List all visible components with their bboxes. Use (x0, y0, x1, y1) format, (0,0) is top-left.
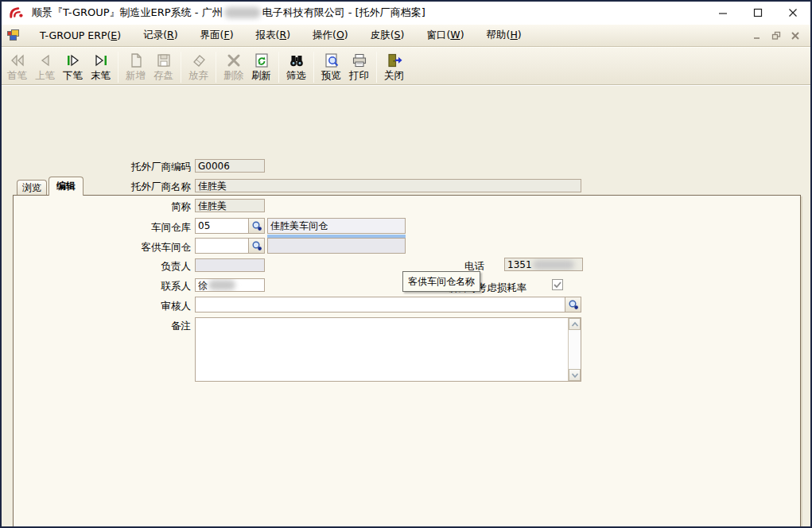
preview-button[interactable]: 预览 (317, 50, 345, 81)
vendor-name-label: 托外厂商名称 (91, 180, 191, 193)
toolbar: 首笔 上笔 下笔 末笔 新增 (2, 47, 810, 85)
short-name-field: 佳胜美 (195, 199, 265, 212)
new-button: 新增 (122, 50, 150, 81)
mdi-restore-icon (771, 31, 782, 41)
manager-label: 负责人 (91, 259, 191, 273)
workshop-warehouse-name-value: 佳胜美车间仓 (270, 220, 328, 231)
vendor-code-label: 托外厂商编码 (91, 160, 191, 173)
last-record-button[interactable]: 末笔 (87, 50, 115, 81)
workshop-warehouse-combo (195, 218, 265, 234)
mdi-close-icon (791, 31, 800, 41)
first-record-icon (9, 52, 26, 69)
reviewer-lookup-button[interactable] (565, 297, 581, 312)
toolbar-separator (181, 52, 181, 83)
menu-operation[interactable]: 操作(O) (301, 25, 359, 46)
reviewer-input[interactable] (196, 297, 565, 312)
title-bar: 顺景『T-GROUP』制造业ERP系统 - 广州 电子科技有限公司 - [托外厂… (2, 2, 810, 24)
refresh-icon (253, 52, 270, 69)
mdi-child-system-icon[interactable] (7, 29, 21, 41)
window-maximize-button[interactable] (740, 2, 775, 23)
delete-x-icon (225, 52, 243, 69)
refresh-button[interactable]: 刷新 (247, 50, 275, 81)
phone-field: 1351 (504, 258, 583, 271)
toolbar-separator (216, 52, 216, 83)
redacted-company-name (224, 7, 261, 18)
close-form-button[interactable]: 关闭 (380, 50, 408, 81)
menu-report[interactable]: 报表(R) (245, 25, 301, 46)
mdi-close-button[interactable] (788, 29, 802, 42)
checkmark-icon (553, 280, 562, 289)
exit-door-icon (386, 52, 403, 69)
toolbar-separator (118, 52, 118, 83)
toolbar-separator (313, 52, 314, 83)
printer-icon (351, 52, 368, 69)
remarks-memo (195, 317, 581, 382)
window-title: 顺景『T-GROUP』制造业ERP系统 - 广州 电子科技有限公司 - [托外厂… (32, 6, 425, 20)
tab-browse-label: 浏览 (22, 181, 41, 195)
vendor-code-value: G0006 (198, 161, 230, 172)
short-name-value: 佳胜美 (198, 200, 227, 212)
remarks-label: 备注 (91, 319, 191, 332)
filter-button[interactable]: 筛选 (282, 50, 310, 81)
remarks-textarea[interactable] (196, 318, 568, 381)
workshop-warehouse-lookup-button[interactable] (248, 219, 264, 233)
contact-label: 联系人 (91, 279, 191, 293)
manager-field (195, 258, 265, 272)
menu-record[interactable]: 记录(R) (132, 25, 188, 46)
customer-warehouse-label: 客供车间仓 (91, 240, 191, 254)
delete-button: 删除 (220, 50, 247, 81)
tab-edit[interactable]: 编辑 (49, 177, 84, 196)
mdi-restore-button[interactable] (769, 29, 783, 42)
tab-browse[interactable]: 浏览 (17, 180, 47, 196)
minimize-icon (717, 7, 728, 18)
vendor-name-field: 佳胜美 (195, 179, 581, 192)
maximize-icon (752, 7, 763, 18)
remarks-scrollbar[interactable] (568, 318, 581, 381)
menu-bar: T-GROUP ERP(E) 记录(R) 界面(F) 报表(R) 操作(O) 皮… (2, 24, 810, 47)
reviewer-label: 审核人 (91, 299, 191, 313)
last-record-icon (92, 52, 110, 69)
phone-value-visible: 1351 (507, 259, 532, 270)
menu-window[interactable]: 窗口(W) (415, 25, 475, 46)
customer-warehouse-name-field (267, 238, 406, 254)
chevron-up-icon (571, 321, 579, 328)
mdi-minimize-button[interactable] (750, 29, 764, 42)
next-record-button[interactable]: 下笔 (59, 50, 87, 81)
loss-rate-checkbox[interactable] (552, 279, 563, 290)
redacted-contact-name (208, 280, 235, 290)
binoculars-icon (288, 52, 305, 69)
print-preview-icon (323, 52, 340, 69)
app-window: 顺景『T-GROUP』制造业ERP系统 - 广州 电子科技有限公司 - [托外厂… (0, 0, 812, 528)
next-record-icon (64, 52, 82, 69)
scroll-down-button[interactable] (569, 369, 581, 381)
workshop-warehouse-code-input[interactable] (196, 219, 248, 233)
prev-record-icon (37, 52, 54, 69)
print-button[interactable]: 打印 (345, 50, 373, 81)
contact-field[interactable]: 徐 (195, 278, 265, 292)
lookup-magnifier-icon (568, 299, 579, 310)
window-minimize-button[interactable] (705, 2, 740, 23)
menu-interface[interactable]: 界面(F) (189, 25, 245, 46)
tab-edit-label: 编辑 (56, 180, 76, 193)
abandon-button: 放弃 (185, 50, 212, 81)
menu-help[interactable]: 帮助(H) (476, 25, 533, 46)
short-name-label: 简称 (91, 200, 191, 213)
new-document-icon (127, 52, 145, 69)
prev-record-button: 上笔 (31, 50, 59, 81)
menu-skin[interactable]: 皮肤(S) (359, 25, 416, 46)
chevron-down-icon (571, 372, 579, 379)
scroll-up-button[interactable] (569, 318, 581, 330)
workshop-warehouse-name-field: 佳胜美车间仓 (267, 218, 406, 234)
toolbar-separator (376, 52, 377, 83)
customer-warehouse-combo (195, 238, 265, 254)
customer-warehouse-code-input[interactable] (196, 239, 248, 253)
customer-warehouse-name-tooltip: 客供车间仓名称 (402, 271, 480, 292)
mdi-minimize-icon (752, 31, 762, 41)
vendor-name-value: 佳胜美 (198, 181, 227, 192)
save-floppy-icon (155, 52, 173, 69)
save-button: 存盘 (150, 50, 177, 81)
menu-tgroup-erp[interactable]: T-GROUP ERP(E) (29, 25, 132, 45)
customer-warehouse-lookup-button[interactable] (248, 239, 264, 253)
window-close-button[interactable] (775, 2, 810, 23)
first-record-button: 首笔 (3, 50, 31, 81)
